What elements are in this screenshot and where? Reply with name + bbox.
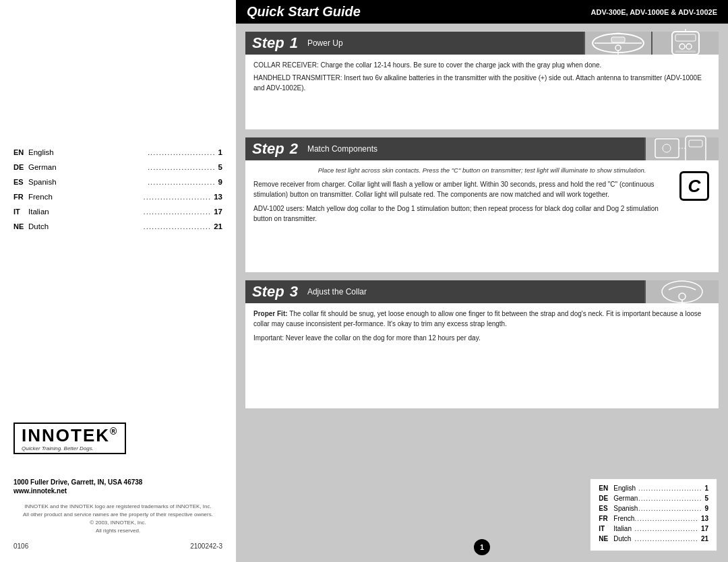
- step-2-header-image: [644, 137, 719, 160]
- step-3-number: 3: [290, 283, 298, 301]
- step-2-block: Step 2 Match Components Place test light…: [245, 137, 719, 272]
- logo-reg: ®: [110, 426, 118, 437]
- toc-lang-it: Italian: [28, 208, 144, 216]
- address-line1: 1000 Fuller Drive, Garrett, IN, USA 4673…: [13, 477, 142, 487]
- guide-title: Quick Start Guide: [247, 4, 361, 20]
- bottom-code: 0106: [13, 542, 28, 550]
- step-3-header-image: [644, 280, 719, 303]
- toc-right-page-ne: 21: [701, 535, 708, 542]
- toc-right-page-es: 9: [704, 505, 708, 512]
- step-1-desc: Power Up: [307, 38, 343, 48]
- logo-section: INNOTEK® Quicker Training. Better Dogs.: [13, 423, 126, 454]
- toc-page-fr: 13: [214, 193, 222, 201]
- logo-text: INNOTEK®: [22, 427, 118, 444]
- step-1-header: Step 1 Power Up: [245, 32, 719, 55]
- toc-right-lang-it: Italian: [613, 525, 634, 532]
- svg-rect-9: [675, 51, 696, 53]
- toc-left: EN English ........................ 1 DE…: [13, 148, 222, 237]
- toc-lang-de: German: [28, 163, 148, 171]
- toc-right-ne: NE Dutch ......................... 21: [599, 535, 708, 542]
- toc-right-dots-fr: .........................: [634, 515, 698, 522]
- proper-fit-label: Proper Fit:: [253, 310, 288, 317]
- svg-point-7: [679, 44, 685, 49]
- toc-right-lang-es: Spanish: [613, 505, 638, 512]
- toc-dots-en: ........................: [148, 148, 216, 156]
- legal-section: INNOTEK and the INNOTEK logo are registe…: [13, 503, 222, 535]
- step-2-text2: ADV-1002 users: Match yellow dog collar …: [253, 204, 670, 224]
- toc-code-en: EN: [13, 148, 28, 156]
- legal-line2: All other product and service names are …: [13, 511, 222, 519]
- toc-right-page-fr: 13: [701, 515, 708, 522]
- toc-item-es: ES Spanish ........................ 9: [13, 178, 222, 186]
- toc-item-en: EN English ........................ 1: [13, 148, 222, 156]
- innotek-logo: INNOTEK® Quicker Training. Better Dogs.: [13, 423, 126, 454]
- step-1-content: COLLAR RECEIVER: Charge the collar 12-14…: [245, 55, 719, 98]
- toc-right-dots-en: .........................: [638, 485, 702, 492]
- toc-item-de: DE German ........................ 5: [13, 163, 222, 171]
- toc-right-page-de: 5: [704, 495, 708, 502]
- toc-page-it: 17: [214, 208, 222, 216]
- svg-point-3: [615, 45, 621, 51]
- match-components-svg: [648, 133, 716, 164]
- step-3-header: Step 3 Adjust the Collar: [245, 280, 719, 303]
- step-2-note: Place test light across skin contacts. P…: [253, 166, 710, 175]
- collar-image: [584, 32, 651, 55]
- left-panel: EN English ........................ 1 DE…: [0, 0, 236, 562]
- c-button-illustration: C: [679, 171, 709, 201]
- step-2-text1: Remove receiver from charger. Collar lig…: [253, 179, 670, 199]
- toc-lang-es: Spanish: [28, 178, 148, 186]
- toc-right-it: IT Italian ......................... 17: [599, 525, 708, 532]
- step-2-content: Place test light across skin contacts. P…: [245, 160, 719, 229]
- toc-dots-ne: ........................: [144, 222, 212, 230]
- logo-border: INNOTEK® Quicker Training. Better Dogs.: [13, 423, 126, 454]
- logo-tagline: Quicker Training. Better Dogs.: [22, 445, 118, 451]
- legal-copyright: © 2003, INNOTEK, Inc.: [13, 519, 222, 527]
- website: www.innotek.net: [13, 487, 142, 495]
- svg-rect-6: [675, 34, 696, 41]
- toc-right-lang-de: German: [613, 495, 638, 502]
- toc-right-code-es: ES: [599, 505, 613, 512]
- toc-item-ne: NE Dutch ........................ 21: [13, 222, 222, 230]
- step-3-label: Step: [252, 283, 284, 301]
- svg-rect-15: [689, 140, 702, 147]
- step-2-label: Step: [252, 140, 284, 158]
- legal-line1: INNOTEK and the INNOTEK logo are registe…: [13, 503, 222, 511]
- toc-right-code-fr: FR: [599, 515, 613, 522]
- svg-rect-11: [655, 139, 679, 158]
- step-3-text1-rest: The collar fit should be snug, yet loose…: [253, 310, 701, 327]
- page-header: Quick Start Guide ADV-300E, ADV-1000E & …: [236, 0, 728, 24]
- right-panel: Quick Start Guide ADV-300E, ADV-1000E & …: [236, 0, 728, 562]
- toc-dots-it: ........................: [144, 208, 212, 216]
- toc-code-ne: NE: [13, 222, 28, 230]
- toc-page-es: 9: [218, 178, 222, 186]
- transmitter-svg: [655, 29, 716, 57]
- svg-point-16: [662, 281, 702, 303]
- toc-dots-de: ........................: [148, 163, 216, 171]
- toc-dots-es: ........................: [148, 178, 216, 186]
- toc-dots-fr: ........................: [144, 193, 212, 201]
- svg-point-14: [663, 144, 671, 152]
- svg-rect-2: [611, 37, 625, 42]
- step-1-images: [584, 32, 719, 55]
- toc-right-lang-ne: Dutch: [613, 535, 634, 542]
- collar-svg: [588, 29, 648, 57]
- toc-right-dots-it: .........................: [634, 525, 698, 532]
- toc-page-de: 5: [218, 163, 222, 171]
- step-2-number: 2: [290, 140, 298, 158]
- toc-code-fr: FR: [13, 193, 28, 201]
- toc-right-code-de: DE: [599, 495, 613, 502]
- toc-right-dots-ne: .........................: [634, 535, 698, 542]
- toc-right-page-en: 1: [704, 485, 708, 492]
- toc-right-en: EN English ......................... 1: [599, 485, 708, 492]
- step-3-desc: Adjust the Collar: [307, 287, 367, 296]
- bottom-numbers: 0106 2100242-3: [13, 542, 222, 550]
- step-3-text1: Proper Fit: The collar fit should be snu…: [253, 309, 710, 329]
- step-3-block: Step 3 Adjust the Collar Proper Fit:: [245, 280, 719, 408]
- toc-right-code-en: EN: [599, 485, 613, 492]
- svg-point-17: [679, 293, 686, 300]
- adjust-collar-svg: [648, 276, 716, 307]
- toc-code-de: DE: [13, 163, 28, 171]
- toc-right-es: ES Spanish ......................... 9: [599, 505, 708, 512]
- step-2-desc: Match Components: [307, 144, 377, 154]
- step-1-transmitter-text: HANDHELD TRANSMITTER: Insert two 6v alka…: [253, 73, 710, 93]
